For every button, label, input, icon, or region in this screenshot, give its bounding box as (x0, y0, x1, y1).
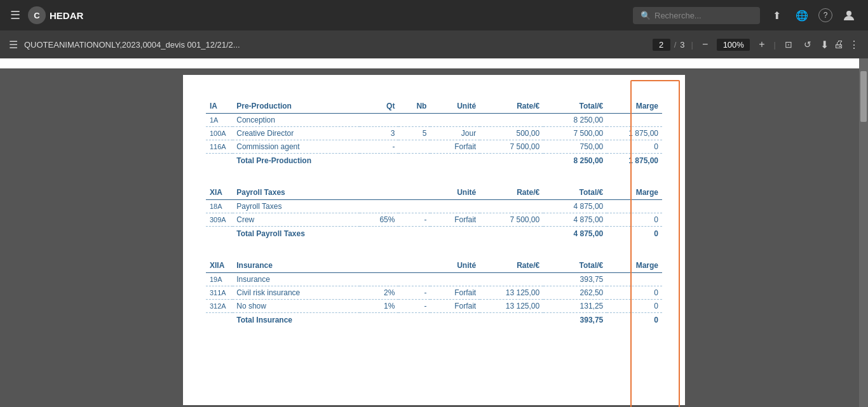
row-1a-conception: 1A Conception 8 250,00 (206, 114, 662, 127)
print-button[interactable]: 🖨 (834, 39, 844, 50)
label-payroll-taxes: Payroll Taxes (233, 200, 360, 213)
user-icon[interactable] (840, 6, 858, 24)
total-preproduction-marge: 1 875,00 (607, 154, 662, 170)
document-filename: QUOTEANIMATIONONLY,2023,0004_devis 001_1… (24, 40, 646, 50)
qt-312a: 1% (360, 300, 398, 313)
zoom-in-button[interactable]: + (756, 39, 767, 50)
total-payroll-marge: 0 (607, 227, 662, 243)
fit-page-button[interactable]: ⊡ (782, 39, 795, 50)
qt-311a: 2% (360, 286, 398, 300)
document-table: IA Pre-Production Qt Nb Unité Rate/€ Tot… (206, 93, 662, 328)
zoom-input[interactable] (717, 39, 750, 51)
spacer-row-2 (206, 242, 662, 252)
total-insurance-label: Total Insurance (233, 313, 543, 329)
app-logo: C HEDAR (28, 6, 83, 24)
pdf-toolbar: ☰ QUOTEANIMATIONONLY,2023,0004_devis 001… (0, 30, 868, 58)
document-scroll-area[interactable]: IA Pre-Production Qt Nb Unité Rate/€ Tot… (0, 58, 868, 407)
qt-100a: 3 (360, 127, 398, 140)
toolbar-menu-icon[interactable]: ☰ (9, 39, 18, 51)
label-civil-risk: Civil risk insurance (233, 286, 360, 300)
code-1a: 1A (206, 114, 233, 127)
hamburger-icon[interactable]: ☰ (10, 8, 20, 22)
rate-311a: 13 125,00 (480, 286, 543, 300)
marge-309a: 0 (607, 213, 662, 227)
label-creative-director: Creative Director (233, 127, 360, 140)
rate-309a: 7 500,00 (480, 213, 543, 227)
section-title-ia: Pre-Production (233, 93, 360, 114)
scrollbar-track[interactable] (859, 58, 868, 407)
qt-116a: - (360, 140, 398, 154)
label-commission-agent: Commission agent (233, 140, 360, 154)
col-nb: Nb (398, 93, 430, 114)
nb-309a: - (398, 213, 430, 227)
unite-311a: Forfait (430, 286, 480, 300)
svg-point-0 (846, 11, 851, 16)
col-total: Total/€ (543, 93, 607, 114)
marge-312a: 0 (607, 300, 662, 313)
marge-conception (607, 114, 662, 127)
total-312a: 131,25 (543, 300, 607, 313)
code-116a: 116A (206, 140, 233, 154)
section-id-ia: IA (206, 93, 233, 114)
label-crew: Crew (233, 213, 360, 227)
rate-312a: 13 125,00 (480, 300, 543, 313)
label-insurance: Insurance (233, 273, 360, 286)
col-unite: Unité (430, 93, 480, 114)
total-100a: 7 500,00 (543, 127, 607, 140)
row-19a-insurance: 19A Insurance 393,75 (206, 273, 662, 286)
row-116a-commission-agent: 116A Commission agent - Forfait 7 500,00… (206, 140, 662, 154)
marge-116a: 0 (607, 140, 662, 154)
row-100a-creative-director: 100A Creative Director 3 5 Jour 500,00 7… (206, 127, 662, 140)
col-unite-xiia: Unité (430, 252, 480, 273)
total-insurance-marge: 0 (607, 313, 662, 329)
rotate-button[interactable]: ↺ (801, 39, 814, 50)
marge-100a: 1 875,00 (607, 127, 662, 140)
total-conception: 8 250,00 (543, 114, 607, 127)
search-bar[interactable]: 🔍 Recherche... (633, 7, 760, 24)
scrollbar-thumb[interactable] (860, 71, 867, 122)
globe-icon[interactable]: 🌐 (793, 6, 811, 24)
col-rate-xia: Rate/€ (480, 179, 543, 200)
code-312a: 312A (206, 300, 233, 313)
nb-312a: - (398, 300, 430, 313)
col-total-xia: Total/€ (543, 179, 607, 200)
row-311a-civil-risk: 311A Civil risk insurance 2% - Forfait 1… (206, 286, 662, 300)
marge-311a: 0 (607, 286, 662, 300)
upload-button[interactable]: ⬆ (768, 6, 785, 24)
unite-116a: Forfait (430, 140, 480, 154)
total-311a: 262,50 (543, 286, 607, 300)
code-309a: 309A (206, 213, 233, 227)
rate-116a: 7 500,00 (480, 140, 543, 154)
row-total-payroll: Total Payroll Taxes 4 875,00 0 (206, 227, 662, 243)
page-separator: / (674, 40, 677, 50)
qt-309a: 65% (360, 213, 398, 227)
unite-100a: Jour (430, 127, 480, 140)
spacer-row-1 (206, 169, 662, 179)
help-icon[interactable]: ? (818, 8, 832, 22)
zoom-out-button[interactable]: − (700, 39, 710, 50)
section-title-xiia: Insurance (233, 252, 360, 273)
marge-19a (607, 273, 662, 286)
total-payroll-label: Total Payroll Taxes (233, 227, 543, 243)
total-preproduction-total: 8 250,00 (543, 154, 607, 170)
unite-312a: Forfait (430, 300, 480, 313)
section-id-xiia: XIIA (206, 252, 233, 273)
toolbar-pipe1: | (691, 40, 693, 50)
total-18a: 4 875,00 (543, 200, 607, 213)
more-options-button[interactable]: ⋮ (849, 39, 859, 51)
download-button[interactable]: ⬇ (820, 39, 829, 51)
current-page-input[interactable] (653, 39, 670, 51)
section-header-xiia: XIIA Insurance Unité Rate/€ Total/€ Marg… (206, 252, 662, 273)
code-100a: 100A (206, 127, 233, 140)
page-controls: / 3 (653, 39, 685, 51)
section-header-xia: XIA Payroll Taxes Unité Rate/€ Total/€ M… (206, 179, 662, 200)
total-19a: 393,75 (543, 273, 607, 286)
topbar: ☰ C HEDAR 🔍 Recherche... ⬆ 🌐 ? (0, 0, 868, 30)
code-18a: 18A (206, 200, 233, 213)
total-pages: 3 (680, 40, 684, 50)
row-total-insurance: Total Insurance 393,75 0 (206, 313, 662, 329)
section-title-xia: Payroll Taxes (233, 179, 360, 200)
col-marge-xiia: Marge (607, 252, 662, 273)
rate-100a: 500,00 (480, 127, 543, 140)
code-311a: 311A (206, 286, 233, 300)
